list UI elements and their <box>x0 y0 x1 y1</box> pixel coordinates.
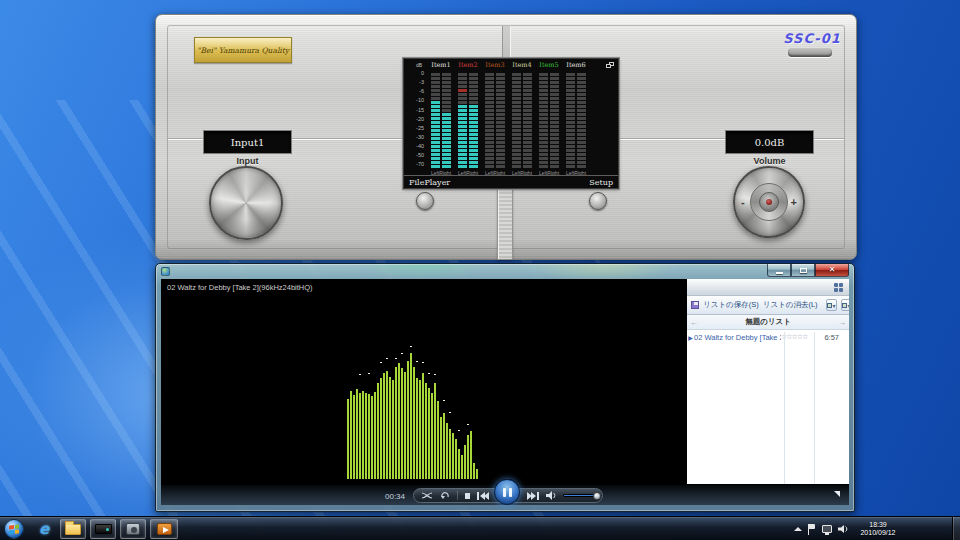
meter-segment <box>469 89 478 92</box>
stop-button[interactable] <box>465 493 470 499</box>
meter-segment <box>485 141 494 144</box>
meter-segment <box>458 121 467 124</box>
meter-channel-label: Item2 <box>455 61 481 71</box>
meter-segment <box>523 117 532 120</box>
now-playing-title: 02 Waltz for Debby [Take 2](96kHz24bitHQ… <box>167 283 313 292</box>
meter-column <box>485 71 494 168</box>
previous-button[interactable] <box>477 492 489 500</box>
spectrum-bar <box>398 363 400 479</box>
taskbar-item-ssc01-app[interactable] <box>90 519 116 539</box>
ssc01-app-window[interactable]: "Bei" Yamamura Quality SSC-01 dB 0-3-6-1… <box>155 14 857 260</box>
controls-divider <box>457 491 458 500</box>
meter-segment <box>485 113 494 116</box>
brand-badge: "Bei" Yamamura Quality <box>194 37 292 63</box>
meter-segment <box>512 141 521 144</box>
taskbar-clock[interactable]: 18:39 2010/09/12 <box>854 521 902 537</box>
meter-segment <box>469 141 478 144</box>
taskbar-item-media-player[interactable] <box>150 519 178 539</box>
meter-segment <box>442 73 451 76</box>
spectrum-bar <box>401 368 403 479</box>
meter-segment <box>512 121 521 124</box>
action-center-flag-icon[interactable] <box>808 524 816 535</box>
lcd-scale-label: -50 <box>416 153 424 159</box>
repeat-button[interactable] <box>440 491 450 500</box>
speaker-icon[interactable] <box>838 524 848 534</box>
fileplayer-push-button[interactable] <box>416 192 434 210</box>
volume-knob[interactable]: - + <box>733 166 805 238</box>
prev-list-arrow[interactable]: ← <box>687 318 701 327</box>
meter-segment <box>577 161 586 164</box>
meter-segment <box>577 109 586 112</box>
meter-segment <box>566 125 575 128</box>
meter-segment <box>577 81 586 84</box>
lcd-scale-label: -40 <box>416 144 424 150</box>
playlist-item[interactable]: ▶02 Waltz for Debby [Take 2,...☆☆☆☆☆6:57 <box>687 330 849 344</box>
meter-segment <box>577 125 586 128</box>
meter-segment <box>458 145 467 148</box>
meter-segment <box>539 145 548 148</box>
meter-segment <box>469 85 478 88</box>
maximize-button[interactable] <box>791 264 815 277</box>
meter-column <box>431 71 440 168</box>
close-button[interactable]: ✕ <box>815 264 849 277</box>
setup-push-button[interactable] <box>589 192 607 210</box>
meter-segment <box>469 157 478 160</box>
next-list-arrow[interactable]: → <box>835 318 849 327</box>
now-playing-area[interactable]: 02 Waltz for Debby [Take 2](96kHz24bitHQ… <box>161 279 687 484</box>
spectrum-bar <box>413 367 415 479</box>
meter-segment <box>577 73 586 76</box>
taskbar-item-internet-explorer[interactable]: e <box>32 519 56 539</box>
lcd-scale-label: -6 <box>419 89 424 95</box>
minimize-button[interactable] <box>767 264 791 277</box>
start-button[interactable] <box>4 519 24 539</box>
lcd-scale-label: 0 <box>421 71 424 77</box>
playlist-item-rating[interactable]: ☆☆☆☆☆ <box>781 333 812 341</box>
meter-segment <box>577 149 586 152</box>
meter-segment <box>523 85 532 88</box>
meter-columns <box>512 71 532 168</box>
meter-segment <box>442 129 451 132</box>
meter-segment <box>550 149 559 152</box>
meter-segment <box>496 125 505 128</box>
pause-button[interactable] <box>494 479 520 505</box>
shuffle-button[interactable] <box>422 491 433 500</box>
view-dropdown[interactable]: ▾ <box>841 299 849 311</box>
meter-segment <box>431 113 440 116</box>
spectrum-peak-dot <box>410 346 412 347</box>
meter-segment <box>442 133 451 136</box>
setup-menu-button[interactable]: Setup <box>589 178 613 187</box>
save-list-button[interactable]: リストの保存(S) <box>703 300 759 310</box>
windows-flag-icon <box>9 524 19 534</box>
view-dropdown-icon <box>842 303 847 308</box>
meter-segment <box>431 97 440 100</box>
input-selector-knob[interactable] <box>209 166 283 240</box>
show-desktop-button[interactable] <box>952 517 960 540</box>
taskbar-item-explorer[interactable] <box>60 519 86 539</box>
spectrum-bar <box>476 469 478 479</box>
fileplayer-menu-button[interactable]: FilePlayer <box>409 178 450 187</box>
next-button[interactable] <box>527 492 539 500</box>
meter-segment <box>566 137 575 140</box>
meter-segment <box>458 149 467 152</box>
mute-button[interactable] <box>546 491 556 500</box>
meter-segment <box>512 89 521 92</box>
view-options-icon[interactable] <box>834 283 843 292</box>
meter-segment <box>431 93 440 96</box>
clear-list-button[interactable]: リストの消去(L) <box>763 300 818 310</box>
spectrum-bar <box>428 388 430 479</box>
spectrum-bar <box>347 399 349 479</box>
volume-slider-thumb[interactable] <box>593 492 601 500</box>
meter-segment <box>512 153 521 156</box>
meter-segment <box>469 117 478 120</box>
meter-segment <box>485 81 494 84</box>
wmp-titlebar[interactable]: ✕ <box>156 264 854 279</box>
hidden-icons-chevron-icon[interactable] <box>794 527 802 531</box>
fullscreen-toggle-icon[interactable] <box>831 491 840 499</box>
volume-slider[interactable] <box>563 494 594 497</box>
spectrum-bar <box>395 367 397 479</box>
meter-segment <box>566 109 575 112</box>
taskbar-item-app[interactable] <box>120 519 146 539</box>
network-icon[interactable] <box>822 525 832 533</box>
list-options-dropdown[interactable]: ▾ <box>826 299 837 311</box>
meter-segment <box>523 125 532 128</box>
